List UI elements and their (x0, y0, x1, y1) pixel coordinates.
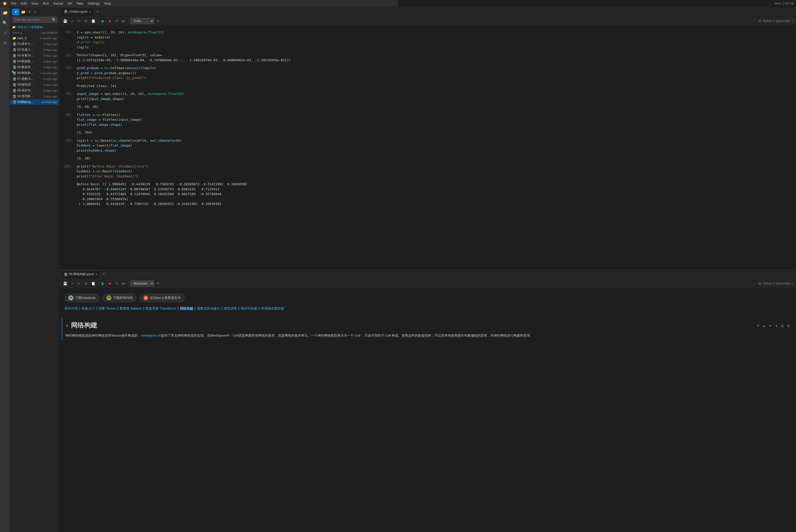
search-icon: 🔍 (52, 18, 56, 21)
file-modified: 8 days ago (37, 54, 57, 57)
file-modified: 8 days ago (37, 48, 57, 51)
cell-type-select[interactable]: Code Markdown Raw (130, 18, 154, 24)
cell-body[interactable]: X = ops.ones((1, 28, 28), mindspore.floa… (75, 28, 398, 51)
menu-file[interactable]: File (9, 1, 18, 6)
toolbar-separator (98, 18, 99, 23)
cell-body[interactable]: input_image = ops.ones((3, 28, 28), mind… (75, 90, 398, 103)
open-folder-button[interactable]: 📂 (20, 9, 26, 15)
cell-6-output: Predicted class: [4] (59, 82, 398, 90)
cell-body-output: (3, 28, 28) (75, 103, 398, 110)
sidebar-icon-bar: 📁 🔍 ⎇ ⚙ (0, 7, 10, 266)
file-name: 10-使用静... (17, 94, 37, 98)
add-cell-button[interactable]: + (70, 18, 75, 24)
cell-10-input: [10]: print(f"Before ReLU: {hidden1}\n\n… (59, 163, 398, 180)
upload-button[interactable]: ⬆ (27, 9, 32, 15)
list-item[interactable]: 📓 10-使用静... 8 days ago (10, 93, 59, 99)
copy-cell-button[interactable]: ⧉ (83, 18, 89, 24)
paste-cell-button[interactable]: 📋 (90, 18, 97, 24)
notebook-icon: 📓 (12, 94, 16, 98)
breadcrumb-path[interactable]: / 初学入门 / 初学教程 / (16, 25, 44, 29)
cut-cell-button[interactable]: ✂ (76, 18, 82, 24)
tab-untitled[interactable]: 📓 Untitled.ipynb × (60, 7, 94, 16)
sidebar-extensions-icon[interactable]: ⚙ (1, 39, 8, 46)
list-item[interactable]: 📓 05-数据变... 8 days ago (10, 64, 59, 70)
cell-body[interactable]: print(f"Before ReLU: {hidden1}\n\n") hid… (75, 163, 398, 180)
tab-close-button[interactable]: × (89, 10, 91, 14)
cell-number-output (59, 103, 75, 110)
cell-input[interactable]: flatten = nn.Flatten() flat_image = flat… (75, 111, 398, 129)
cell-output: Predicted class: [4] (75, 82, 398, 90)
list-item[interactable]: 📓 04-数据集... 8 days ago (10, 58, 59, 64)
list-item[interactable]: 📓 07-函数式... 8 days ago (10, 76, 59, 82)
sidebar-folder-icon[interactable]: 📁 (1, 9, 8, 16)
search-box: 🔍 (12, 17, 57, 23)
cell-number: [7]: (59, 90, 75, 103)
file-modified: 8 days ago (37, 66, 57, 69)
cell-5-output: [5]: Tensor(shape=[1, 10], dtype=Float32… (59, 52, 398, 63)
list-item[interactable]: 📓 02-快速入... 8 days ago (10, 47, 59, 53)
search-input[interactable] (12, 17, 57, 23)
cell-body[interactable]: layer1 = nn.Dense(in_channels=28*28, out… (75, 137, 398, 155)
menu-settings[interactable]: Settings (86, 1, 102, 6)
cell-9-input: [9]: layer1 = nn.Dense(in_channels=28*28… (59, 137, 398, 155)
list-item[interactable]: 📁 rank_0 6 minutes ago (10, 35, 59, 41)
save-button[interactable]: 💾 (61, 18, 69, 24)
list-item[interactable]: 📓 Untitled.ip... seconds ago (10, 99, 59, 105)
restart-kernel-button[interactable]: ↺ (113, 18, 119, 24)
breadcrumb: 📁 / 初学入门 / 初学教程 / (10, 24, 59, 30)
cell-10-output: Before ReLU: [[ 1.0966451 -0.4430229 0.7… (59, 181, 398, 208)
menu-view[interactable]: View (29, 1, 40, 6)
restart-run-button[interactable]: ⏭ (120, 18, 127, 24)
cell-body-output: Predicted class: [4] (75, 82, 398, 90)
cell-body[interactable]: flatten = nn.Flatten() flat_image = flat… (75, 111, 398, 129)
cell-input[interactable]: pred_probab = nn.Softmax(axis=1)(logits)… (75, 64, 398, 82)
menu-bar: File Edit View Run Kernel Git Tabs Setti… (0, 0, 398, 7)
new-file-button[interactable]: + (12, 8, 19, 15)
menu-tabs[interactable]: Tabs (74, 1, 85, 6)
cell-input[interactable]: print(f"Before ReLU: {hidden1}\n\n") hid… (75, 163, 398, 180)
column-name-header[interactable]: Name ▲ (12, 31, 33, 34)
folder-icon: 📁 (12, 36, 16, 40)
file-name: 07-函数式... (17, 77, 37, 81)
sidebar-search-icon[interactable]: 🔍 (1, 19, 8, 26)
menu-git[interactable]: Git (65, 1, 74, 6)
cell-number-output (59, 181, 75, 208)
toolbar-separator-2 (129, 18, 129, 23)
cell-5-input: [5]: X = ops.ones((1, 28, 28), mindspore… (59, 28, 398, 51)
list-item[interactable]: 📓 09-保存与... 8 days ago (10, 88, 59, 93)
menu-kernel[interactable]: Kernel (51, 1, 65, 6)
file-list-header[interactable]: Name ▲ Last Modified (10, 30, 59, 35)
breadcrumb-home[interactable]: 📁 (12, 25, 16, 29)
top-nb-content[interactable]: [5]: X = ops.ones((1, 28, 28), mindspore… (59, 26, 398, 266)
sidebar-git-icon[interactable]: ⎇ (1, 30, 8, 36)
cell-body[interactable]: pred_probab = nn.Softmax(axis=1)(logits)… (75, 64, 398, 82)
top-tab-bar: 📓 Untitled.ipynb × + (59, 7, 398, 16)
cell-output: (3, 784) (75, 129, 398, 136)
file-name: 09-保存与... (17, 88, 37, 93)
refresh-button[interactable]: ↻ (33, 9, 37, 15)
cell-input[interactable]: layer1 = nn.Dense(in_channels=28*28, out… (75, 137, 398, 155)
file-modified: 6 minutes ago (37, 37, 57, 40)
column-modified-header[interactable]: Last Modified (33, 31, 57, 34)
menu-help[interactable]: Help (102, 1, 113, 6)
cell-input[interactable]: input_image = ops.ones((3, 28, 28), mind… (75, 90, 398, 103)
menu-edit[interactable]: Edit (19, 1, 29, 6)
cell-body-output: Before ReLU: [[ 1.0966451 -0.4430229 0.7… (75, 181, 398, 208)
cell-8-input: [8]: flatten = nn.Flatten() flat_image =… (59, 111, 398, 129)
file-modified: 8 days ago (37, 89, 57, 92)
refresh-kernel-button[interactable]: ↻ (155, 18, 161, 24)
cell-6-input: [6]: pred_probab = nn.Softmax(axis=1)(lo… (59, 64, 398, 82)
cell-input[interactable]: X = ops.ones((1, 28, 28), mindspore.floa… (75, 28, 398, 51)
run-cell-button[interactable]: ▶ (100, 18, 106, 24)
add-tab-button[interactable]: + (95, 9, 100, 15)
menu-run[interactable]: Run (41, 1, 51, 6)
list-item[interactable]: 📓 08-模型训... 8 days ago (10, 82, 59, 88)
cell-7-output: (3, 28, 28) (59, 103, 398, 110)
stop-cell-button[interactable]: ■ (107, 18, 112, 24)
list-item[interactable]: 📓 06-网络构... 7 minutes ago (10, 70, 59, 76)
list-item[interactable]: 📓 03-张量Te... 8 days ago (10, 53, 59, 58)
notebook-icon: 📓 (12, 54, 16, 58)
notebook-icon: 📓 (12, 71, 16, 75)
list-item[interactable]: 📓 01-基本介... 8 days ago (10, 41, 59, 47)
cell-7-input: [7]: input_image = ops.ones((3, 28, 28),… (59, 90, 398, 103)
